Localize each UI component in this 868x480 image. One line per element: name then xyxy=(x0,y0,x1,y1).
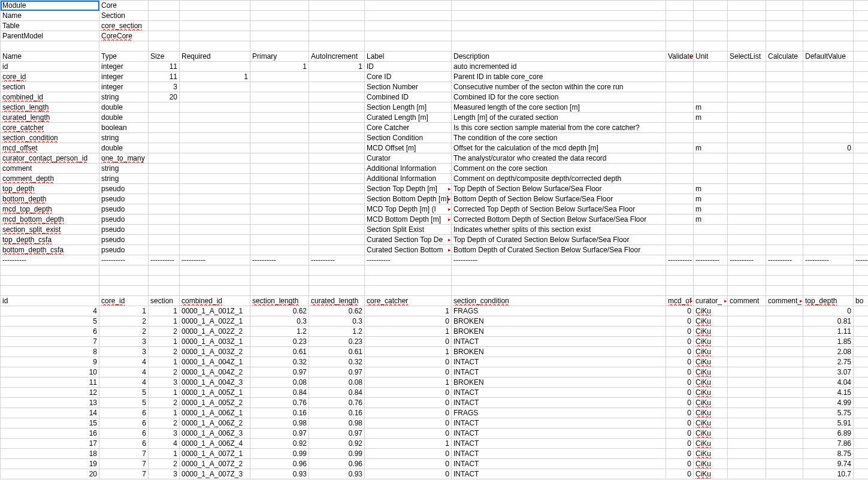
schema-validate[interactable] xyxy=(666,245,694,255)
d-section[interactable]: 1 xyxy=(149,337,180,347)
schema-name[interactable]: curator_contact_person_id xyxy=(1,153,99,164)
d-combined-id[interactable]: 0000_1_A_005Z_2 xyxy=(180,398,250,408)
separator[interactable]: ---------- xyxy=(250,255,309,265)
schema-name[interactable]: mcd_bottom_depth xyxy=(1,215,99,225)
cell[interactable] xyxy=(452,41,666,52)
schema-unit[interactable]: m xyxy=(694,113,728,123)
d-section-length[interactable]: 0.62 xyxy=(250,306,309,316)
cell[interactable] xyxy=(250,1,309,11)
schema-type[interactable]: string xyxy=(99,92,149,102)
d-mcd-offset[interactable]: 0 xyxy=(666,367,694,378)
d-curator[interactable]: CiKu xyxy=(694,367,728,378)
schema-size[interactable] xyxy=(149,194,180,204)
cell[interactable] xyxy=(728,286,766,296)
d-combined-id[interactable]: 0000_1_A_004Z_1 xyxy=(180,357,250,367)
schema-description[interactable]: Combined ID for the core section xyxy=(452,92,666,102)
d-core-id[interactable]: 3 xyxy=(99,337,149,347)
cell[interactable] xyxy=(766,31,803,41)
cell[interactable] xyxy=(854,62,869,72)
cell[interactable] xyxy=(854,31,869,41)
schema-unit[interactable]: m xyxy=(694,215,728,225)
separator[interactable]: ---------- xyxy=(365,255,452,265)
d-section-condition[interactable]: INTACT xyxy=(452,357,666,367)
schema-description[interactable]: Measured length of the core section [m] xyxy=(452,102,666,113)
schema-type[interactable]: double xyxy=(99,102,149,113)
schema-label[interactable]: MCD Offset [m] xyxy=(365,143,452,153)
d-top-depth[interactable]: 9.74 xyxy=(803,459,854,469)
schema-name[interactable]: curated_length xyxy=(1,113,99,123)
schema-label[interactable]: Core ID xyxy=(365,72,452,82)
d-comment-depth[interactable] xyxy=(766,459,803,469)
dh-top-depth[interactable]: top_depth xyxy=(803,296,854,306)
schema-size[interactable] xyxy=(149,153,180,164)
schema-autoinc[interactable] xyxy=(309,225,365,235)
d-id[interactable]: 13 xyxy=(1,398,99,408)
d-section-length[interactable]: 0.84 xyxy=(250,388,309,398)
cell[interactable] xyxy=(99,276,149,286)
d-section-length[interactable]: 0.61 xyxy=(250,347,309,357)
schema-calculate[interactable] xyxy=(766,143,803,153)
d-bottom[interactable] xyxy=(854,327,869,337)
d-curator[interactable]: CiKu xyxy=(694,388,728,398)
schema-size[interactable] xyxy=(149,164,180,174)
d-section-condition[interactable]: INTACT xyxy=(452,388,666,398)
d-top-depth[interactable]: 6.89 xyxy=(803,428,854,439)
separator[interactable]: ---------- xyxy=(854,255,869,265)
d-section-length[interactable]: 0.16 xyxy=(250,408,309,418)
schema-size[interactable] xyxy=(149,113,180,123)
schema-primary[interactable] xyxy=(250,194,309,204)
cell[interactable] xyxy=(149,11,180,21)
schema-primary[interactable]: 1 xyxy=(250,62,309,72)
schema-name[interactable]: core_catcher xyxy=(1,123,99,133)
d-section-condition[interactable]: INTACT xyxy=(452,469,666,479)
schema-autoinc[interactable] xyxy=(309,82,365,92)
schema-type[interactable]: double xyxy=(99,113,149,123)
schema-calculate[interactable] xyxy=(766,92,803,102)
d-section-condition[interactable]: INTACT xyxy=(452,337,666,347)
d-core-catcher[interactable]: 1 xyxy=(365,306,452,316)
d-core-id[interactable]: 2 xyxy=(99,327,149,337)
spreadsheet-view[interactable]: ModuleCoreNameSectionTablecore_sectionPa… xyxy=(0,0,868,479)
schema-autoinc[interactable] xyxy=(309,235,365,245)
d-comment[interactable] xyxy=(728,469,766,479)
d-section-length[interactable]: 0.98 xyxy=(250,418,309,428)
cell[interactable] xyxy=(854,184,869,194)
separator[interactable]: ---------- xyxy=(803,255,854,265)
d-section-length[interactable]: 0.3 xyxy=(250,316,309,327)
schema-calculate[interactable] xyxy=(766,235,803,245)
schema-calculate[interactable] xyxy=(766,245,803,255)
dh-curated-length[interactable]: curated_length xyxy=(309,296,365,306)
d-top-depth[interactable]: 2.75 xyxy=(803,357,854,367)
cell[interactable] xyxy=(365,31,452,41)
d-comment-depth[interactable] xyxy=(766,337,803,347)
d-mcd-offset[interactable]: 0 xyxy=(666,449,694,459)
schema-selectlist[interactable] xyxy=(728,133,766,143)
schema-label[interactable]: Section Split Exist xyxy=(365,225,452,235)
schema-name[interactable]: top_depth_csfa xyxy=(1,235,99,245)
schema-description[interactable]: Comment on depth/composite depth/correct… xyxy=(452,174,666,184)
d-combined-id[interactable]: 0000_1_A_004Z_3 xyxy=(180,378,250,388)
d-curated-length[interactable]: 0.92 xyxy=(309,439,365,449)
schema-type[interactable]: pseudo xyxy=(99,235,149,245)
d-section-length[interactable]: 0.92 xyxy=(250,439,309,449)
schema-unit[interactable] xyxy=(694,62,728,72)
col-defaultvalue[interactable]: DefaultValue xyxy=(803,52,854,62)
schema-selectlist[interactable] xyxy=(728,113,766,123)
d-core-id[interactable]: 2 xyxy=(99,316,149,327)
schema-size[interactable]: 3 xyxy=(149,82,180,92)
d-core-id[interactable]: 7 xyxy=(99,449,149,459)
d-combined-id[interactable]: 0000_1_A_003Z_1 xyxy=(180,337,250,347)
dh-comment[interactable]: comment xyxy=(728,296,766,306)
schema-selectlist[interactable] xyxy=(728,215,766,225)
col-required[interactable]: Required xyxy=(180,52,250,62)
d-section-length[interactable]: 0.96 xyxy=(250,459,309,469)
d-core-id[interactable]: 4 xyxy=(99,357,149,367)
dh-combined-id[interactable]: combined_id xyxy=(180,296,250,306)
cell[interactable] xyxy=(149,286,180,296)
schema-primary[interactable] xyxy=(250,72,309,82)
schema-calculate[interactable] xyxy=(766,123,803,133)
cell[interactable] xyxy=(854,235,869,245)
schema-required[interactable] xyxy=(180,184,250,194)
schema-selectlist[interactable] xyxy=(728,82,766,92)
d-curator[interactable]: CiKu xyxy=(694,398,728,408)
